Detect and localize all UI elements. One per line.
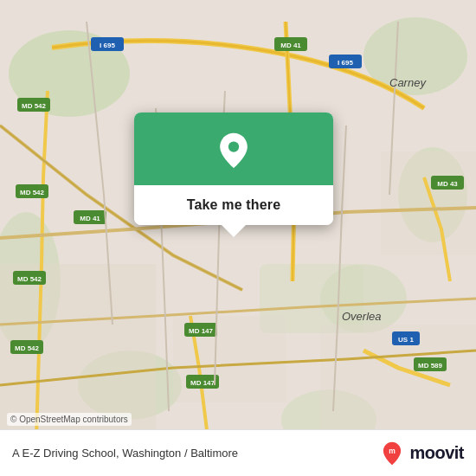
svg-text:US 1: US 1 <box>398 336 414 344</box>
popup-pin-area <box>134 113 333 185</box>
bottom-bar: A E-Z Driving School, Washington / Balti… <box>0 429 476 476</box>
svg-text:MD 542: MD 542 <box>20 189 45 196</box>
map-container: I 695 MD 41 MD 542 MD 542 MD 542 MD 542 … <box>0 0 476 476</box>
svg-point-41 <box>228 141 239 151</box>
svg-rect-12 <box>381 151 476 255</box>
svg-text:MD 41: MD 41 <box>280 42 301 49</box>
svg-text:MD 542: MD 542 <box>17 275 42 283</box>
svg-text:MD 147: MD 147 <box>190 379 215 387</box>
location-pin-icon <box>215 132 253 170</box>
take-me-there-button[interactable]: Take me there <box>134 185 333 225</box>
popup-card: Take me there <box>134 113 333 225</box>
map-background: I 695 MD 41 MD 542 MD 542 MD 542 MD 542 … <box>0 0 476 476</box>
moovit-brand-text: moovit <box>409 443 464 463</box>
moovit-logo: m moovit <box>380 441 464 466</box>
svg-text:MD 41: MD 41 <box>80 215 100 222</box>
svg-text:MD 147: MD 147 <box>189 327 214 335</box>
map-attribution: © OpenStreetMap contributors <box>7 413 132 426</box>
svg-text:Overlea: Overlea <box>342 310 382 323</box>
svg-text:MD 43: MD 43 <box>437 180 458 188</box>
svg-text:MD 589: MD 589 <box>418 362 443 370</box>
svg-text:m: m <box>389 447 396 455</box>
svg-text:MD 542: MD 542 <box>15 344 40 352</box>
svg-text:MD 542: MD 542 <box>22 102 47 110</box>
svg-text:I 695: I 695 <box>338 59 353 67</box>
moovit-pin-icon: m <box>380 441 404 466</box>
svg-text:Carney: Carney <box>389 76 427 89</box>
app-title: A E-Z Driving School, Washington / Balti… <box>12 447 238 460</box>
svg-text:I 695: I 695 <box>100 42 115 49</box>
svg-rect-9 <box>0 264 156 454</box>
